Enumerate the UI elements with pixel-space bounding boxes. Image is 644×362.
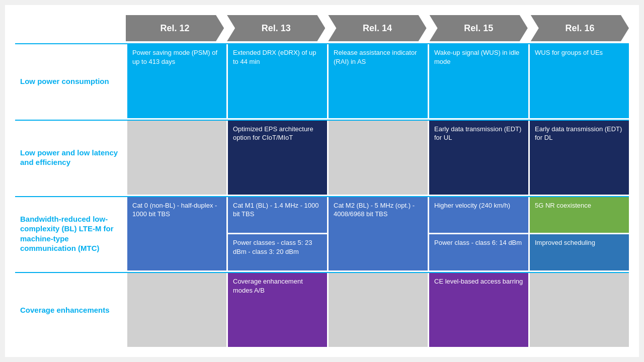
row-label-3: Coverage enhancements [15,273,126,347]
cell-col-2-4: 5G NR coexistenceImproved scheduling [530,197,629,271]
header-col-rel.-15: Rel. 15 [430,15,528,41]
table-wrapper: Rel. 12Rel. 13Rel. 14Rel. 15Rel. 16 Low … [15,15,629,347]
cell-1-4-0: Early data transmission (EDT) for DL [530,121,629,195]
cell-col-3-1: Coverage enhancement modes A/B [228,273,327,347]
cell-3-0-0 [127,273,226,347]
row-cells-0: Power saving mode (PSM) of up to 413 day… [127,44,629,118]
data-rows: Low power consumptionPower saving mode (… [15,43,629,347]
cell-col-0-1: Extended DRX (eDRX) of up to 44 min [228,44,327,118]
cell-0-2-0: Release assistance indicator (RAI) in AS [329,44,428,118]
cell-1-2-0 [329,121,428,195]
row-cells-2: Cat 0 (non-BL) - half-duplex - 1000 bit … [127,197,629,271]
data-row-3: Coverage enhancementsCoverage enhancemen… [15,272,629,347]
cell-col-3-4 [530,273,629,347]
cell-col-1-3: Early data transmission (EDT) for UL [429,121,528,195]
header-spacer [15,15,126,41]
header-col-rel.-16: Rel. 16 [531,15,629,41]
cell-1-1-0: Optimized EPS architecture option for CI… [228,121,327,195]
cell-3-1-0: Coverage enhancement modes A/B [228,273,327,347]
main-container: Rel. 12Rel. 13Rel. 14Rel. 15Rel. 16 Low … [5,5,639,357]
cell-col-1-4: Early data transmission (EDT) for DL [530,121,629,195]
cell-col-3-2 [329,273,428,347]
row-label-1: Low power and low latency and efficiency [15,121,126,195]
cell-col-1-2 [329,121,428,195]
cell-col-3-0 [127,273,226,347]
cell-col-0-3: Wake-up signal (WUS) in idle mode [429,44,528,118]
header-row: Rel. 12Rel. 13Rel. 14Rel. 15Rel. 16 [15,15,629,41]
cell-col-0-2: Release assistance indicator (RAI) in AS [329,44,428,118]
cell-2-3-0: Higher velocity (240 km/h) [429,197,528,233]
cell-2-1-1: Power classes - class 5: 23 dBm - class … [228,234,327,270]
cell-col-2-0: Cat 0 (non-BL) - half-duplex - 1000 bit … [127,197,226,271]
cell-2-4-1: Improved scheduling [530,234,629,270]
cell-0-4-0: WUS for groups of UEs [530,44,629,118]
row-label-2: Bandwidth-reduced low-complexity (BL) LT… [15,197,126,271]
cell-2-0-0: Cat 0 (non-BL) - half-duplex - 1000 bit … [127,197,226,271]
cell-col-1-1: Optimized EPS architecture option for CI… [228,121,327,195]
cell-1-3-0: Early data transmission (EDT) for UL [429,121,528,195]
header-col-rel.-13: Rel. 13 [227,15,325,41]
cell-col-3-3: CE level-based access barring [429,273,528,347]
cell-col-2-2: Cat M2 (BL) - 5 MHz (opt.) - 4008/6968 b… [329,197,428,271]
header-col-rel.-14: Rel. 14 [328,15,426,41]
cell-col-1-0 [127,121,226,195]
data-row-2: Bandwidth-reduced low-complexity (BL) LT… [15,196,629,271]
cell-col-0-4: WUS for groups of UEs [530,44,629,118]
row-cells-3: Coverage enhancement modes A/BCE level-b… [127,273,629,347]
cell-2-4-0: 5G NR coexistence [530,197,629,233]
cell-1-0-0 [127,121,226,195]
row-cells-1: Optimized EPS architecture option for CI… [127,121,629,195]
cell-2-3-1: Power class - class 6: 14 dBm [429,234,528,270]
cell-2-2-0: Cat M2 (BL) - 5 MHz (opt.) - 4008/6968 b… [329,197,428,271]
cell-0-0-0: Power saving mode (PSM) of up to 413 day… [127,44,226,118]
cell-2-1-0: Cat M1 (BL) - 1.4 MHz - 1000 bit TBS [228,197,327,233]
cell-3-3-0: CE level-based access barring [429,273,528,347]
header-col-rel.-12: Rel. 12 [126,15,224,41]
cell-col-0-0: Power saving mode (PSM) of up to 413 day… [127,44,226,118]
cell-col-2-1: Cat M1 (BL) - 1.4 MHz - 1000 bit TBSPowe… [228,197,327,271]
cell-3-4-0 [530,273,629,347]
data-row-0: Low power consumptionPower saving mode (… [15,43,629,118]
data-row-1: Low power and low latency and efficiency… [15,120,629,195]
row-label-0: Low power consumption [15,44,126,118]
cell-0-3-0: Wake-up signal (WUS) in idle mode [429,44,528,118]
cell-col-2-3: Higher velocity (240 km/h)Power class - … [429,197,528,271]
cell-0-1-0: Extended DRX (eDRX) of up to 44 min [228,44,327,118]
cell-3-2-0 [329,273,428,347]
